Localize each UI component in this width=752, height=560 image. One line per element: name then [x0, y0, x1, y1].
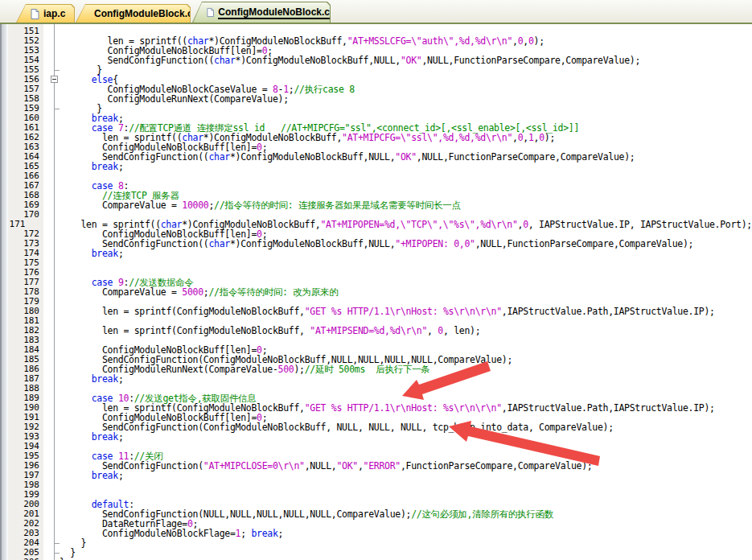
fold-column: [43, 364, 60, 374]
code-line[interactable]: 198: [0, 480, 752, 490]
fold-column: [29, 220, 38, 229]
code-line[interactable]: 154 SendConfigFunction((char*)ConfigModu…: [0, 56, 752, 65]
fold-column: [43, 297, 60, 307]
code-text: SendConfigFunction((char*)ConfigModuleNo…: [60, 239, 693, 249]
tab-ConfigModuleBlock.c[interactable]: ConfigModuleBlock.c: [76, 4, 191, 23]
code-text: break;: [60, 249, 124, 258]
fold-column: [43, 413, 60, 422]
fold-column: [43, 123, 60, 133]
fold-column: [43, 451, 60, 461]
fold-column: [43, 200, 60, 210]
tab-label: ConfigModuleNoBlock.c: [218, 6, 330, 19]
fold-column: [43, 133, 60, 142]
fold-column: [43, 162, 60, 171]
fold-column: [43, 104, 60, 113]
fold-column: [43, 181, 60, 191]
fold-column: [43, 393, 60, 403]
fold-column: [43, 480, 60, 490]
code-line[interactable]: 169 CompareValue = 10000;//指令等待的时间: 连接服务…: [0, 200, 752, 210]
fold-column: [43, 326, 60, 336]
fold-column: [43, 432, 60, 442]
code-text: len = sprintf(ConfigModuleNoBlockBuff, "…: [60, 326, 480, 336]
document-icon: [207, 7, 214, 18]
fold-column: [43, 316, 60, 326]
fold-column: [43, 56, 60, 65]
code-editor[interactable]: 151152 len = sprintf((char*)ConfigModule…: [0, 24, 752, 560]
fold-column: [43, 258, 60, 268]
code-text: break;: [60, 432, 124, 442]
fold-column: [43, 519, 60, 529]
tab-bar: iap.cConfigModuleBlock.cConfigModuleNoBl…: [0, 0, 752, 24]
fold-column: [43, 36, 60, 46]
fold-column: [43, 490, 60, 500]
fold-column: [43, 461, 60, 471]
fold-tick: [54, 553, 60, 554]
document-icon: [31, 9, 39, 19]
fold-column: [43, 94, 60, 104]
code-line[interactable]: 204 }: [0, 538, 752, 548]
code-line[interactable]: 180 len = sprintf(ConfigModuleNoBlockBuf…: [0, 307, 752, 316]
fold-column: [43, 191, 60, 200]
fold-column: [43, 509, 60, 519]
code-line[interactable]: 205 }: [0, 548, 752, 558]
fold-column: [43, 374, 60, 384]
fold-column: [43, 500, 60, 509]
fold-column: [43, 422, 60, 432]
tab-iap.c[interactable]: iap.c: [16, 4, 75, 23]
code-line[interactable]: 175: [0, 258, 752, 268]
code-text: len = sprintf(ConfigModuleNoBlockBuff,"G…: [60, 307, 715, 316]
code-line[interactable]: 193 break;: [0, 432, 752, 442]
fold-column: [43, 142, 60, 152]
code-line[interactable]: 165 break;: [0, 162, 752, 171]
fold-column: [43, 538, 60, 548]
fold-column: [43, 75, 60, 84]
code-line[interactable]: 197 break;: [0, 471, 752, 480]
code-text: SendConfigFunction((char*)ConfigModuleNo…: [60, 56, 640, 65]
fold-column: [43, 529, 60, 538]
code-text: break;: [60, 471, 124, 480]
code-line[interactable]: 187 break;: [0, 374, 752, 384]
tab-label: ConfigModuleBlock.c: [94, 8, 193, 19]
code-lines: 151152 len = sprintf((char*)ConfigModule…: [0, 27, 752, 560]
code-text: CompareValue = 10000;//指令等待的时间: 连接服务器如果是…: [60, 200, 461, 210]
fold-column: [43, 229, 60, 239]
fold-tick: [54, 543, 60, 544]
fold-tick: [54, 70, 60, 71]
fold-column: [43, 442, 60, 451]
fold-column: [43, 27, 60, 36]
fold-column: [43, 471, 60, 480]
fold-column: [43, 65, 60, 75]
code-text: break;: [60, 374, 124, 384]
fold-column: [43, 113, 60, 123]
fold-column: [43, 46, 60, 56]
fold-column: [43, 278, 60, 287]
fold-column: [43, 548, 60, 558]
fold-column: [43, 268, 60, 278]
tab-ConfigModuleNoBlock.c[interactable]: ConfigModuleNoBlock.c: [192, 2, 331, 23]
fold-column: [43, 384, 60, 393]
fold-column: [43, 171, 60, 181]
fold-column: [43, 239, 60, 249]
code-line[interactable]: 158 ConfigModuleRunNext(CompareValue);: [0, 94, 752, 104]
fold-column: [43, 287, 60, 297]
code-text: SendConfigFunction("AT+MIPCLOSE=0\r\n",N…: [60, 461, 592, 471]
fold-column: [43, 336, 60, 345]
fold-column: [43, 307, 60, 316]
code-text: SendConfigFunction(ConfigModuleNoBlockBu…: [60, 422, 614, 432]
fold-column: [43, 210, 60, 220]
fold-column: [43, 355, 60, 364]
code-line[interactable]: 182 len = sprintf(ConfigModuleNoBlockBuf…: [0, 326, 752, 336]
fold-toggle[interactable]: [51, 76, 58, 83]
code-text: ConfigModuleNoBlockFlage=1; break;: [60, 529, 283, 538]
tab-label: iap.c: [43, 8, 65, 19]
fold-tick: [54, 109, 60, 109]
code-line[interactable]: 174 break;: [0, 249, 752, 258]
code-text: break;: [60, 162, 124, 171]
fold-column: [43, 249, 60, 258]
fold-column: [43, 345, 60, 355]
fold-column: [43, 84, 60, 94]
code-line[interactable]: 178 CompareValue = 5000;//指令等待的时间: 改为原来的: [0, 287, 752, 297]
code-text: SendConfigFunction((char*)ConfigModuleNo…: [60, 152, 635, 162]
code-line[interactable]: 203 ConfigModuleNoBlockFlage=1; break;: [0, 529, 752, 538]
fold-column: [43, 403, 60, 413]
